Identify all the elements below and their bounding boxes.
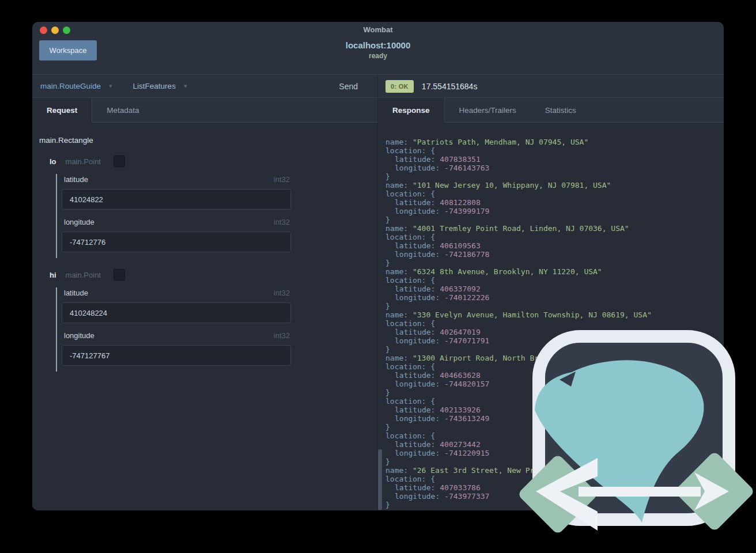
response-line: name: "4001 Tremley Point Road, Linden, … [385, 224, 724, 233]
hi-latitude-input[interactable] [62, 302, 291, 323]
tab-response[interactable]: Response [378, 98, 445, 122]
tab-request[interactable]: Request [32, 98, 92, 122]
response-line: } [385, 215, 724, 224]
response-line: longitude: -742186778 [385, 250, 724, 259]
response-scrollbar[interactable] [378, 449, 382, 510]
send-button[interactable]: Send [339, 82, 358, 91]
response-line: location: { [385, 190, 724, 198]
method-select[interactable]: ListFeatures [133, 82, 176, 90]
hi-longitude-input[interactable] [62, 345, 291, 366]
response-line: } [385, 302, 724, 310]
field-type-label: int32 [274, 289, 290, 297]
group-body: latitude int32 longitude int32 [56, 174, 377, 258]
response-line: longitude: -743999179 [385, 207, 724, 215]
field-hi-latitude: latitude int32 [62, 289, 377, 323]
response-line: location: { [385, 146, 724, 155]
response-line: latitude: 407838351 [385, 155, 724, 164]
traffic-lights [40, 26, 70, 34]
titlebar: Wombat [32, 22, 724, 38]
hi-enabled-checkbox[interactable] [114, 269, 125, 281]
minimize-button-icon[interactable] [51, 26, 59, 34]
field-group-hi: hi main.Point latitude int32 longi [39, 268, 377, 372]
tab-metadata[interactable]: Metadata [92, 98, 153, 122]
toolbar-response-side: 0: OK 17.554151684s [377, 75, 724, 97]
field-hi-longitude: longitude int32 [62, 331, 377, 366]
server-address: localhost:10000 [32, 40, 724, 50]
response-line: latitude: 408122808 [385, 198, 724, 207]
field-name-label: longitude [64, 331, 94, 340]
response-tabbar: Response Headers/Trailers Statistics [377, 98, 724, 123]
group-body: latitude int32 longitude int32 [56, 287, 377, 372]
field-lo-longitude: longitude int32 [62, 218, 377, 252]
group-type-label: main.Point [66, 271, 101, 279]
group-header: hi main.Point [50, 268, 377, 281]
response-line: name: "Patriots Path, Mendham, NJ 07945,… [385, 138, 724, 146]
service-select[interactable]: main.RouteGuide [40, 82, 101, 90]
header-bar: Workspace localhost:10000 ready [32, 38, 724, 75]
request-tabbar: Request Metadata [32, 98, 377, 123]
field-group-lo: lo main.Point latitude int32 longi [39, 155, 377, 258]
field-lo-latitude: latitude int32 [62, 175, 377, 210]
message-type-label: main.Rectangle [39, 136, 377, 145]
window-title: Wombat [32, 22, 724, 38]
response-line: name: "6324 8th Avenue, Brooklyn, NY 112… [385, 267, 724, 276]
group-type-label: main.Point [66, 157, 101, 166]
chevron-down-icon[interactable]: ▾ [184, 82, 187, 90]
response-line: latitude: 406109563 [385, 241, 724, 250]
server-block: localhost:10000 ready [32, 40, 724, 60]
group-name-label: hi [50, 271, 56, 279]
response-line: longitude: -746143763 [385, 164, 724, 172]
tab-statistics[interactable]: Statistics [531, 98, 591, 122]
response-line: } [385, 259, 724, 267]
response-line: name: "330 Evelyn Avenue, Hamilton Towns… [385, 310, 724, 319]
group-header: lo main.Point [50, 155, 377, 168]
toolbar-request-side: main.RouteGuide ▾ ListFeatures ▾ Send [32, 75, 377, 97]
response-line: name: "101 New Jersey 10, Whippany, NJ 0… [385, 181, 724, 190]
group-name-label: lo [50, 157, 56, 166]
close-button-icon[interactable] [40, 26, 47, 34]
lo-latitude-input[interactable] [62, 189, 291, 210]
grpc-status-badge: 0: OK [385, 80, 414, 93]
field-name-label: latitude [64, 175, 88, 184]
response-line: latitude: 406337092 [385, 285, 724, 293]
request-panel: main.Rectangle lo main.Point latitude in… [32, 123, 377, 510]
field-type-label: int32 [274, 175, 290, 184]
field-type-label: int32 [274, 331, 290, 340]
connection-status: ready [32, 52, 724, 60]
field-type-label: int32 [274, 218, 290, 226]
response-line: location: { [385, 233, 724, 241]
zoom-button-icon[interactable] [63, 26, 70, 34]
wombat-logo [513, 320, 756, 553]
field-name-label: latitude [64, 289, 88, 297]
call-duration: 17.554151684s [422, 82, 478, 91]
response-line: longitude: -740122226 [385, 293, 724, 302]
chevron-down-icon[interactable]: ▾ [109, 82, 112, 90]
response-line: } [385, 172, 724, 181]
tab-headers-trailers[interactable]: Headers/Trailers [445, 98, 531, 122]
lo-enabled-checkbox[interactable] [114, 156, 125, 167]
tab-bars: Request Metadata Response Headers/Traile… [32, 98, 724, 123]
response-line: location: { [385, 276, 724, 285]
field-name-label: longitude [64, 218, 94, 226]
lo-longitude-input[interactable] [62, 232, 291, 252]
toolbar: main.RouteGuide ▾ ListFeatures ▾ Send 0:… [32, 75, 724, 98]
